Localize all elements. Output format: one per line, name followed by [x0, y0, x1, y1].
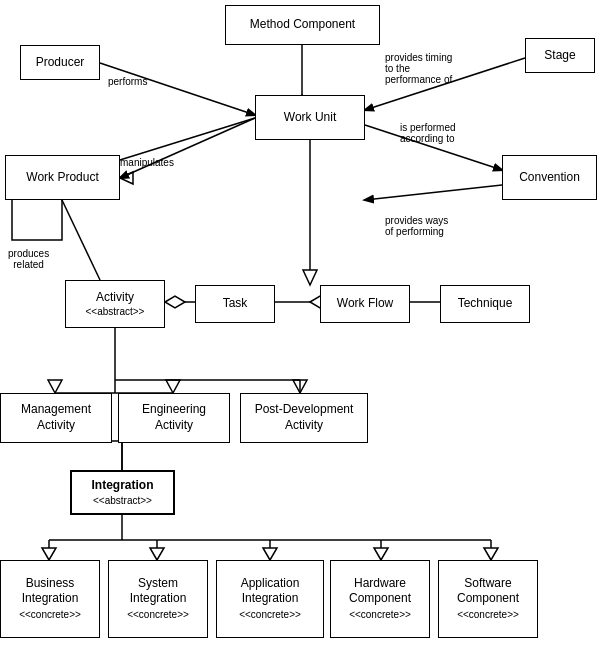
workflow-label: Work Flow [337, 296, 393, 312]
convention-box: Convention [502, 155, 597, 200]
convention-label: Convention [519, 170, 580, 186]
work-product-box: Work Product [5, 155, 120, 200]
svg-line-4 [365, 125, 502, 170]
manipulates-label: manipulates [120, 157, 174, 168]
sw-comp-label: SoftwareComponent<<concrete>> [457, 576, 519, 623]
svg-marker-19 [48, 380, 62, 393]
hw-comp-box: HardwareComponent<<concrete>> [330, 560, 430, 638]
work-unit-label: Work Unit [284, 110, 336, 126]
method-component-box: Method Component [225, 5, 380, 45]
activity-box: Activity <<abstract>> [65, 280, 165, 328]
svg-marker-7 [303, 270, 317, 285]
svg-marker-38 [42, 548, 56, 560]
svg-marker-21 [166, 380, 180, 393]
activity-label: Activity [96, 290, 134, 306]
mgmt-activity-box: ManagementActivity [0, 393, 112, 443]
provides-ways-label: provides waysof performing [385, 215, 448, 237]
svg-line-3 [365, 58, 525, 110]
svg-marker-23 [293, 380, 307, 393]
is-performed-label: is performedaccording to [400, 122, 456, 144]
svg-marker-9 [120, 172, 133, 184]
integration-stereotype: <<abstract>> [93, 494, 152, 507]
app-int-box: ApplicationIntegration<<concrete>> [216, 560, 324, 638]
system-int-box: SystemIntegration<<concrete>> [108, 560, 208, 638]
diagram: Method Component Producer Stage Work Uni… [0, 0, 603, 645]
business-int-box: BusinessIntegration<<concrete>> [0, 560, 100, 638]
postdev-activity-box: Post-DevelopmentActivity [240, 393, 368, 443]
integration-box: Integration <<abstract>> [70, 470, 175, 515]
stage-box: Stage [525, 38, 595, 73]
business-int-label: BusinessIntegration<<concrete>> [19, 576, 81, 623]
producer-box: Producer [20, 45, 100, 80]
provides-timing-label: provides timingto theperformance of [385, 52, 452, 85]
task-label: Task [223, 296, 248, 312]
task-box: Task [195, 285, 275, 323]
system-int-label: SystemIntegration<<concrete>> [127, 576, 189, 623]
app-int-label: ApplicationIntegration<<concrete>> [239, 576, 301, 623]
eng-activity-box: EngineeringActivity [118, 393, 230, 443]
technique-label: Technique [458, 296, 513, 312]
producer-label: Producer [36, 55, 85, 71]
svg-marker-42 [263, 548, 277, 560]
svg-marker-46 [484, 548, 498, 560]
work-product-label: Work Product [26, 170, 98, 186]
svg-line-2 [100, 63, 255, 115]
stage-label: Stage [544, 48, 575, 64]
activity-stereotype: <<abstract>> [86, 305, 145, 318]
svg-line-12 [62, 200, 100, 280]
workflow-box: Work Flow [320, 285, 410, 323]
method-component-label: Method Component [250, 17, 355, 33]
svg-line-5 [365, 185, 502, 200]
svg-marker-44 [374, 548, 388, 560]
postdev-activity-label: Post-DevelopmentActivity [255, 402, 354, 433]
work-unit-box: Work Unit [255, 95, 365, 140]
hw-comp-label: HardwareComponent<<concrete>> [349, 576, 411, 623]
performs-label: performs [108, 76, 147, 87]
sw-comp-box: SoftwareComponent<<concrete>> [438, 560, 538, 638]
integration-label: Integration [92, 478, 154, 494]
svg-line-10 [120, 118, 255, 178]
svg-marker-40 [150, 548, 164, 560]
eng-activity-label: EngineeringActivity [142, 402, 206, 433]
svg-marker-13 [165, 296, 185, 308]
technique-box: Technique [440, 285, 530, 323]
produces-related-label: producesrelated [8, 248, 49, 270]
mgmt-activity-label: ManagementActivity [21, 402, 91, 433]
